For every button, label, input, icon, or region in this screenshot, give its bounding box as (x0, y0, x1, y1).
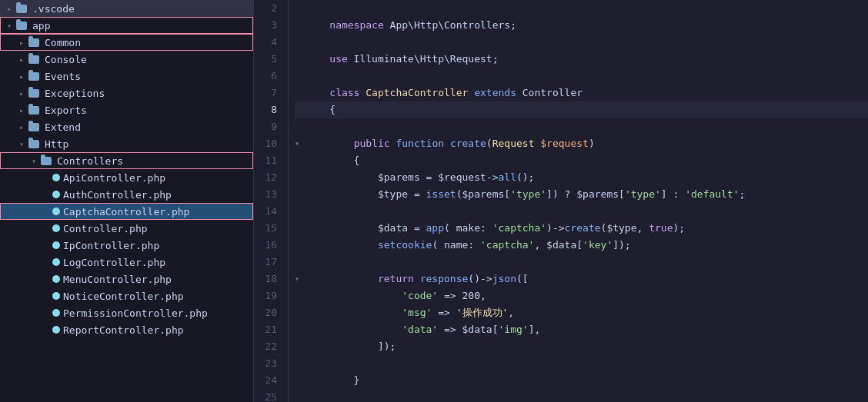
code-token: ], (529, 321, 541, 338)
line-number: 12 (254, 169, 282, 186)
sidebar-item-permissioncontroller[interactable]: PermissionController.php (0, 304, 253, 321)
tree-item-label: ReportController.php (63, 324, 184, 336)
code-token: 'code' (402, 287, 438, 304)
sidebar-item-exports[interactable]: Exports (0, 101, 253, 118)
sidebar-item-controllers[interactable]: Controllers (0, 152, 253, 169)
code-token (390, 135, 396, 152)
code-token: $data (462, 321, 492, 338)
code-line: $data = app( make: 'captcha')->create($t… (295, 220, 868, 237)
code-token: , (508, 304, 514, 321)
code-token: (); (516, 169, 534, 186)
code-token: $parems (576, 186, 619, 203)
sidebar-item-authcontroller[interactable]: AuthController.php (0, 186, 253, 203)
folder-icon (15, 19, 28, 32)
code-token: => (432, 304, 456, 321)
folder-icon (28, 53, 40, 65)
tree-item-label: Common (45, 37, 81, 48)
line-number: 14 (254, 203, 282, 220)
code-token (534, 135, 540, 152)
folder-icon (28, 70, 40, 82)
sidebar-item-noticecontroller[interactable]: NoticeController.php (0, 287, 253, 304)
code-line: $parems = $request->all(); (295, 169, 868, 186)
chevron-closed-icon (15, 121, 28, 133)
code-line (295, 254, 868, 271)
code-token: ( make: (444, 220, 492, 237)
code-token: 'msg' (402, 304, 432, 321)
sidebar-item-extend[interactable]: Extend (0, 118, 253, 135)
code-token: setcookie (378, 237, 432, 254)
code-token: extends (474, 85, 516, 101)
code-token: ( (486, 135, 492, 152)
code-token: Controller (516, 85, 583, 101)
tree-item-label: AuthController.php (63, 189, 172, 201)
file-dot-icon (52, 275, 60, 283)
sidebar-item-ipcontroller[interactable]: IpController.php (0, 237, 253, 254)
code-token: 'img' (498, 321, 528, 338)
chevron-closed-icon (15, 53, 28, 65)
code-token: namespace (329, 17, 383, 34)
sidebar-item-captchacontroller[interactable]: CaptchaController.php (0, 203, 253, 220)
sidebar-item-controller[interactable]: Controller.php (0, 220, 253, 237)
chevron-closed-icon (3, 2, 15, 15)
code-token: ) ? (553, 186, 576, 203)
line-number: 3 (254, 17, 282, 34)
code-token (305, 85, 329, 101)
code-token: ; (739, 186, 746, 203)
code-token: : (667, 186, 685, 203)
sidebar-item-logcontroller[interactable]: LogController.php (0, 254, 253, 271)
line-number: 17 (254, 254, 282, 271)
code-token: response (420, 271, 469, 287)
tree-item-label: Extend (45, 121, 81, 133)
folder-icon (28, 104, 40, 116)
code-line: ▾ return response()->json([ (295, 271, 868, 287)
chevron-closed-icon (15, 70, 28, 82)
code-token: => 200, (438, 287, 486, 304)
sidebar-item-exceptions[interactable]: Exceptions (0, 85, 253, 101)
sidebar-item-apicontroller[interactable]: ApiController.php (0, 169, 253, 186)
code-token: } (305, 372, 359, 389)
line-number: 11 (254, 152, 282, 169)
tree-item-label: Exports (45, 105, 87, 116)
code-line (295, 355, 868, 372)
file-dot-icon (52, 241, 60, 249)
line-number: 10 (254, 135, 282, 152)
tree-item-label: LogController.php (63, 257, 165, 268)
sidebar-item-events[interactable]: Events (0, 68, 253, 85)
gutter-space[interactable]: ▾ (295, 135, 305, 152)
code-token (305, 51, 329, 68)
code-token (305, 220, 378, 237)
line-number: 19 (254, 287, 282, 304)
line-number: 2 (254, 0, 282, 17)
sidebar-item-menucontroller[interactable]: MenuController.php (0, 271, 253, 287)
code-token (444, 135, 450, 152)
sidebar-item-app[interactable]: app (0, 17, 253, 34)
code-token: app (426, 220, 444, 237)
code-token: Illuminate\Http\Request; (348, 51, 499, 68)
line-number: 21 (254, 321, 282, 338)
code-token: CaptchaController (366, 85, 468, 101)
file-dot-icon (52, 326, 60, 334)
sidebar-item-http[interactable]: Http (0, 135, 253, 152)
sidebar-item-vscode[interactable]: .vscode (0, 0, 253, 17)
code-token (359, 85, 366, 101)
tree-item-label: app (32, 20, 50, 32)
code-token: $request (540, 135, 589, 152)
code-token: function (396, 135, 444, 152)
code-token: $parems (378, 169, 420, 186)
sidebar-item-console[interactable]: Console (0, 51, 253, 68)
code-token: ]); (305, 338, 396, 355)
code-token: 'default' (685, 186, 739, 203)
folder-icon (28, 36, 40, 48)
code-token: json (492, 271, 516, 287)
code-token: { (305, 101, 336, 118)
gutter-space[interactable]: ▾ (295, 271, 305, 287)
code-token (305, 304, 402, 321)
line-number: 22 (254, 338, 282, 355)
sidebar-item-common[interactable]: Common (0, 34, 253, 51)
code-line (295, 389, 868, 402)
code-token: , (637, 220, 649, 237)
code-token: $data (546, 237, 576, 254)
folder-icon (28, 87, 40, 99)
file-explorer[interactable]: .vscodeappCommonConsoleEventsExceptionsE… (0, 0, 254, 402)
sidebar-item-reportcontroller[interactable]: ReportController.php (0, 321, 253, 338)
